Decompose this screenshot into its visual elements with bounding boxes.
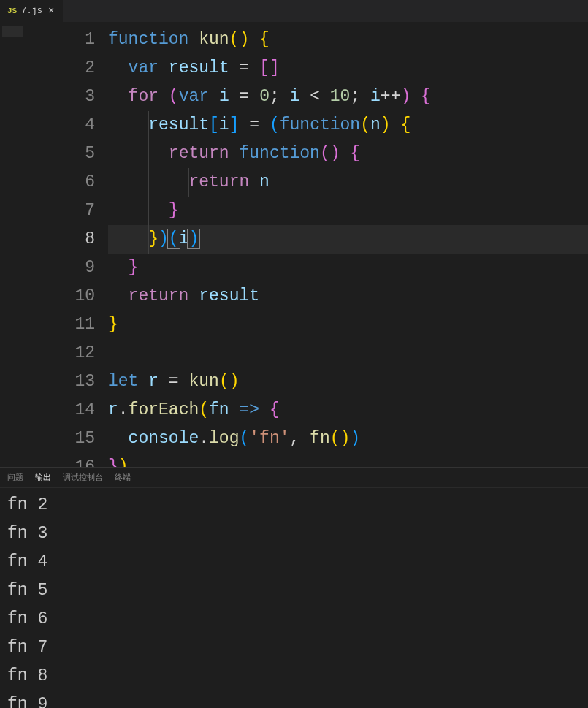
token: 10 (330, 87, 351, 106)
code-line[interactable]: } (108, 311, 588, 339)
token: var (129, 58, 159, 77)
token (159, 58, 169, 77)
code-line[interactable]: let r = kun() (108, 368, 588, 396)
token (188, 286, 199, 305)
token: . (118, 400, 129, 419)
output-view[interactable]: fn 2fn 3fn 4fn 5fn 6fn 7fn 8fn 9 (0, 488, 588, 708)
code-line[interactable]: } (108, 254, 588, 282)
indent-guide (148, 168, 149, 197)
indent-guide (129, 282, 129, 311)
tab-bar: JS 7.js × (0, 0, 588, 22)
token (320, 87, 330, 106)
line-number: 4 (0, 111, 95, 140)
token: result (148, 115, 209, 134)
token: => (239, 400, 259, 419)
token: kun (188, 372, 218, 391)
token: i (219, 115, 229, 134)
token (108, 286, 129, 305)
token: log (209, 429, 239, 448)
token: { (270, 400, 280, 419)
token (249, 87, 259, 106)
indent-guide (129, 140, 129, 168)
token: r (108, 400, 118, 419)
line-number: 7 (0, 197, 95, 225)
token: ( (169, 87, 179, 106)
panel-tab-output[interactable]: 输出 (35, 472, 51, 483)
line-number: 9 (0, 254, 95, 282)
token: () (330, 429, 351, 448)
code-line[interactable]: return n (108, 168, 588, 197)
panel-tab-terminal[interactable]: 终端 (115, 472, 131, 483)
code-line[interactable]: } (108, 197, 588, 225)
close-icon[interactable]: × (47, 5, 56, 17)
token: n (259, 172, 270, 191)
line-number: 11 (0, 311, 95, 339)
token: function (108, 30, 188, 49)
indent-guide (129, 168, 129, 197)
token: ; (270, 87, 290, 106)
token: kun (199, 30, 229, 49)
token: < (310, 87, 320, 106)
indent-guide (129, 254, 129, 282)
indent-guide (148, 225, 149, 254)
indent-guide (129, 83, 129, 111)
token (108, 258, 129, 277)
code-line[interactable]: console.log('fn', fn()) (108, 425, 588, 453)
token: () (320, 144, 340, 163)
token: ( (239, 429, 249, 448)
code-line[interactable]: for (var i = 0; i < 10; i++) { (108, 83, 588, 111)
token (411, 87, 421, 106)
token: result (169, 58, 229, 77)
line-number: 14 (0, 396, 95, 425)
token (108, 58, 129, 77)
code-line[interactable]: return result (108, 282, 588, 311)
output-line: fn 2 (7, 491, 581, 519)
token (299, 87, 310, 106)
token: i (370, 87, 381, 106)
output-line: fn 3 (7, 519, 581, 548)
output-line: fn 6 (7, 605, 581, 633)
code-line[interactable]: }) (108, 453, 588, 467)
token: result (199, 286, 259, 305)
code-line[interactable]: return function() { (108, 140, 588, 168)
token: = (249, 115, 259, 134)
minimap[interactable] (2, 26, 23, 37)
code-line[interactable] (108, 339, 588, 368)
panel-tab-problems[interactable]: 问题 (7, 472, 23, 483)
indent-guide (129, 111, 129, 140)
indent-guide (129, 54, 129, 83)
token (229, 400, 240, 419)
token: ; (350, 87, 370, 106)
token (340, 144, 351, 163)
code-line[interactable]: function kun() { (108, 26, 588, 54)
code-line[interactable]: result[i] = (function(n) { (108, 111, 588, 140)
token: , (290, 429, 310, 448)
token: } (129, 258, 139, 277)
code-line[interactable]: var result = [] (108, 54, 588, 83)
token: return (169, 144, 229, 163)
token: var (179, 87, 209, 106)
token: return (188, 172, 249, 191)
indent-guide (169, 168, 169, 197)
token (229, 58, 240, 77)
token: = (169, 372, 179, 391)
token: ++ (381, 87, 401, 106)
token (249, 58, 259, 77)
code-line[interactable]: r.forEach(fn => { (108, 396, 588, 425)
code-line[interactable]: })(i) (108, 225, 588, 254)
token: i (290, 87, 300, 106)
token: { (421, 87, 431, 106)
output-line: fn 8 (7, 662, 581, 690)
token: { (259, 30, 270, 49)
token (108, 144, 169, 163)
code-area[interactable]: function kun() { var result = [] for (va… (108, 22, 588, 467)
output-line: fn 4 (7, 548, 581, 576)
tab-filename: 7.js (21, 6, 42, 16)
line-number: 12 (0, 339, 95, 368)
token (108, 201, 169, 220)
panel-tab-debug-console[interactable]: 调试控制台 (63, 472, 103, 483)
panel-tabs: 问题 输出 调试控制台 终端 (0, 468, 588, 488)
output-line: fn 7 (7, 633, 581, 662)
token (259, 400, 270, 419)
tab-file[interactable]: JS 7.js × (0, 0, 63, 22)
